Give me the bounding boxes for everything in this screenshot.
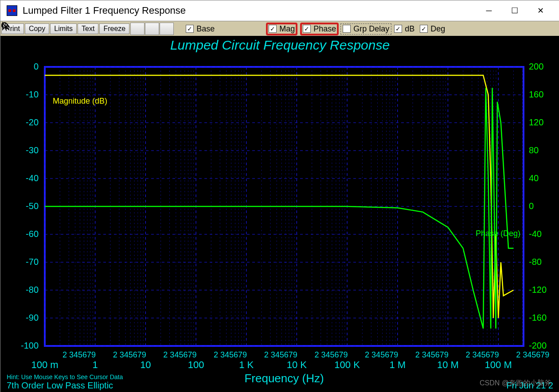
db-label: dB xyxy=(405,24,414,34)
svg-text:2 345679: 2 345679 xyxy=(63,350,96,359)
titlebar: Lumped Filter 1 Frequency Response ─ ☐ ✕ xyxy=(0,0,559,21)
svg-text:2 345679: 2 345679 xyxy=(365,350,398,359)
svg-text:2 345679: 2 345679 xyxy=(163,350,196,359)
svg-text:-80: -80 xyxy=(26,285,39,295)
base-label: Base xyxy=(196,24,215,34)
svg-text:-80: -80 xyxy=(529,257,542,267)
svg-text:10: 10 xyxy=(140,359,151,370)
svg-text:100 K: 100 K xyxy=(334,359,360,370)
watermark: CSDN @奔跑的小脑斧 xyxy=(480,379,551,388)
hint-text: Hint: Use Mouse Keys to See Cursor Data xyxy=(7,373,123,380)
svg-text:-100: -100 xyxy=(21,341,39,350)
svg-text:100 m: 100 m xyxy=(31,359,58,370)
maximize-button[interactable]: ☐ xyxy=(502,2,528,19)
svg-text:-90: -90 xyxy=(26,313,39,322)
pan-icon[interactable] xyxy=(145,23,159,35)
freeze-button[interactable]: Freeze xyxy=(99,23,129,34)
copy-button[interactable]: Copy xyxy=(25,23,49,34)
svg-text:-40: -40 xyxy=(26,173,39,183)
plot-area[interactable]: Lumped Circuit Frequency Response 0-10-2… xyxy=(0,36,559,392)
mag-checkbox[interactable]: ✓Mag xyxy=(266,23,297,35)
phase-label: Phase xyxy=(313,24,336,34)
grpdelay-label: Grp Delay xyxy=(353,24,389,34)
window-title: Lumped Filter 1 Frequency Response xyxy=(23,5,186,16)
toolbar: Print Copy Limits Text Freeze ✓Base ✓Mag… xyxy=(0,21,559,37)
svg-text:80: 80 xyxy=(529,145,539,155)
limits-button[interactable]: Limits xyxy=(50,23,77,34)
svg-text:1: 1 xyxy=(93,359,98,370)
svg-text:2 345679: 2 345679 xyxy=(465,350,499,359)
svg-text:-120: -120 xyxy=(529,285,547,295)
svg-text:2 345679: 2 345679 xyxy=(516,350,549,359)
svg-text:0: 0 xyxy=(34,62,39,71)
svg-text:2 345679: 2 345679 xyxy=(214,350,247,359)
svg-text:2 345679: 2 345679 xyxy=(415,350,449,359)
svg-text:-70: -70 xyxy=(26,257,39,267)
svg-text:-40: -40 xyxy=(529,229,542,239)
svg-text:160: 160 xyxy=(529,89,543,99)
base-checkbox[interactable]: ✓Base xyxy=(183,24,217,34)
svg-text:-50: -50 xyxy=(26,201,39,211)
svg-text:2 345679: 2 345679 xyxy=(113,350,146,359)
db-checkbox[interactable]: ✓dB xyxy=(391,24,417,34)
svg-text:120: 120 xyxy=(529,117,543,127)
svg-text:100 M: 100 M xyxy=(485,359,512,370)
svg-text:40: 40 xyxy=(529,173,539,183)
app-icon xyxy=(7,5,17,16)
cursor-icon[interactable] xyxy=(160,23,174,35)
zoom-icon[interactable] xyxy=(130,23,145,35)
svg-text:Magnitude (dB): Magnitude (dB) xyxy=(53,97,107,105)
svg-text:0: 0 xyxy=(529,201,534,211)
svg-text:1 M: 1 M xyxy=(389,359,406,370)
svg-text:-20: -20 xyxy=(26,117,39,127)
close-button[interactable]: ✕ xyxy=(528,2,553,19)
grpdelay-checkbox[interactable]: Grp Delay xyxy=(340,23,391,35)
text-button[interactable]: Text xyxy=(78,23,98,34)
svg-text:2 345679: 2 345679 xyxy=(314,350,348,359)
svg-text:-30: -30 xyxy=(26,145,39,155)
minimize-button[interactable]: ─ xyxy=(476,2,502,19)
chart-canvas: 0-10-20-30-40-50-60-70-80-90-10020016012… xyxy=(0,36,559,392)
mag-label: Mag xyxy=(279,24,295,34)
svg-text:100: 100 xyxy=(188,359,204,370)
svg-text:200: 200 xyxy=(529,62,543,71)
deg-checkbox[interactable]: ✓Deg xyxy=(417,24,448,34)
svg-text:-60: -60 xyxy=(26,229,39,239)
svg-text:-10: -10 xyxy=(26,89,39,99)
svg-text:10 K: 10 K xyxy=(287,359,307,370)
svg-text:-160: -160 xyxy=(529,313,547,322)
svg-text:1 K: 1 K xyxy=(239,359,254,370)
svg-text:10 M: 10 M xyxy=(437,359,459,370)
svg-text:2 345679: 2 345679 xyxy=(264,350,297,359)
phase-checkbox[interactable]: ✓Phase xyxy=(300,23,339,35)
deg-label: Deg xyxy=(430,24,445,34)
svg-text:-200: -200 xyxy=(529,341,547,350)
filter-description: 7th Order Low Pass Elliptic xyxy=(7,380,123,391)
svg-text:Phase (Deg): Phase (Deg) xyxy=(476,229,520,238)
